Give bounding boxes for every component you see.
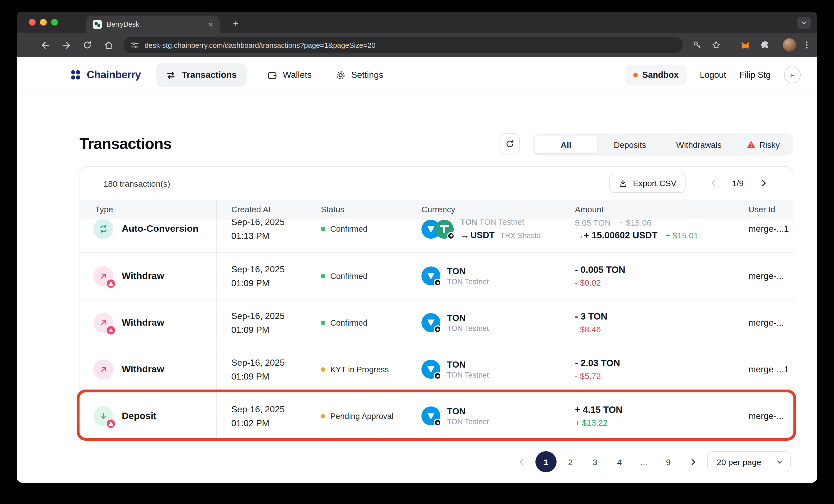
created-at-cell: Sep-16, 2025 01:02 PM	[231, 402, 285, 430]
filter-tab-all[interactable]: All	[535, 136, 597, 153]
status-cell: Confirmed	[321, 225, 368, 233]
amount-usd: - $5.72	[575, 369, 620, 383]
column-header-created: Created At	[231, 205, 271, 214]
ton-coin-icon	[421, 407, 440, 426]
address-bar[interactable]: desk-stg.chainberry.com/dashboard/transa…	[124, 37, 683, 53]
nav-item-wallets[interactable]: Wallets	[263, 63, 315, 87]
filter-label: Withdrawals	[676, 140, 721, 149]
currency-cell: TON TON Testnet →USDT TRX Shasta	[421, 220, 541, 242]
back-button[interactable]	[37, 39, 53, 51]
key-icon	[692, 40, 702, 50]
chevron-right-icon	[688, 458, 697, 466]
filter-tab-deposits[interactable]: Deposits	[597, 136, 663, 153]
from-usd: + $15.06	[618, 220, 651, 227]
amount-usd: + $13.22	[575, 416, 622, 429]
time-text: 01:09 PM	[231, 369, 285, 383]
to-amount: + 15.00602 USDT	[584, 230, 657, 240]
filter-label: Deposits	[614, 140, 646, 149]
time-text: 01:09 PM	[231, 276, 285, 290]
pagination-page-4[interactable]: 4	[609, 451, 630, 472]
kebab-menu-icon	[802, 41, 811, 49]
refresh-button[interactable]	[500, 133, 520, 155]
logout-button[interactable]: Logout	[700, 70, 726, 80]
created-at-cell: Sep-16, 2025 01:09 PM	[231, 309, 285, 337]
table-row-auto-conversion[interactable]: Auto-Conversion Sep-16, 2025 01:13 PM Co…	[80, 220, 793, 252]
close-window-button[interactable]	[29, 19, 36, 26]
table-row-withdraw[interactable]: Withdraw Sep-16, 2025 01:09 PM Confirmed	[80, 299, 793, 346]
pagination-page-3[interactable]: 3	[584, 451, 606, 472]
network-badge-icon	[434, 372, 441, 380]
pagination-page-9[interactable]: 9	[658, 451, 679, 472]
amount-cell: + 4.15 TON + $13.22	[575, 403, 622, 429]
risk-warning-badge-icon	[107, 326, 115, 334]
forward-button[interactable]	[58, 39, 74, 51]
nav-item-transactions[interactable]: Transactions	[156, 63, 247, 87]
filter-tab-risky[interactable]: Risky	[735, 136, 791, 153]
export-csv-label: Export CSV	[633, 178, 677, 187]
column-header-currency: Currency	[421, 205, 455, 214]
pagination-prev-button[interactable]	[511, 451, 532, 472]
tab-close-icon[interactable]: ×	[208, 20, 213, 28]
currency-network: TON Testnet	[447, 417, 489, 427]
filter-label: All	[561, 140, 571, 149]
currency-cell: TON TON Testnet	[421, 359, 489, 380]
user-name[interactable]: Filip Stg	[740, 70, 771, 80]
date-text: Sep-16, 2025	[231, 356, 285, 369]
forward-arrow-icon	[61, 40, 71, 50]
new-tab-button[interactable]: +	[228, 17, 243, 31]
export-csv-button[interactable]: Export CSV	[609, 173, 685, 193]
home-button[interactable]	[100, 39, 117, 51]
nav-item-settings[interactable]: Settings	[332, 63, 387, 87]
tab-search-button[interactable]	[797, 17, 811, 29]
status-dot-icon	[321, 274, 325, 278]
network-badge-icon	[447, 232, 455, 239]
network-badge-icon	[434, 419, 441, 427]
withdraw-icon	[93, 359, 113, 379]
currency-name: TON	[447, 312, 489, 323]
pagination-page-2[interactable]: 2	[560, 451, 581, 472]
maximize-window-button[interactable]	[51, 19, 58, 26]
star-icon	[711, 40, 721, 50]
currency-cell: TON TON Testnet	[421, 312, 489, 334]
transaction-count: 180 transaction(s)	[104, 179, 170, 188]
passwords-button[interactable]	[689, 39, 706, 51]
metamask-extension-button[interactable]	[737, 39, 753, 51]
currency-name: TON	[447, 265, 489, 277]
extensions-button[interactable]	[757, 39, 773, 51]
browser-profile-avatar[interactable]	[783, 38, 796, 52]
sandbox-badge[interactable]: Sandbox	[626, 65, 686, 85]
deposit-icon	[93, 406, 113, 426]
amount-usd: - $8.46	[575, 323, 608, 336]
currency-pair-icons	[421, 220, 454, 238]
gear-icon	[335, 70, 346, 80]
tab-title: BerryDesk	[107, 20, 203, 28]
time-text: 01:02 PM	[231, 416, 285, 430]
table-row-deposit-highlighted[interactable]: Deposit Sep-16, 2025 01:02 PM Pending Ap…	[80, 392, 793, 438]
card-next-page-button[interactable]	[757, 177, 769, 189]
bookmark-star-button[interactable]	[708, 39, 724, 51]
withdraw-icon	[93, 266, 113, 286]
pagination-next-button[interactable]	[682, 451, 703, 472]
user-avatar[interactable]: F	[784, 67, 800, 83]
browser-tab[interactable]: BerryDesk ×	[86, 16, 220, 33]
amount-usd: - $0.02	[575, 276, 625, 289]
date-text: Sep-16, 2025	[231, 309, 285, 323]
browser-toolbar: desk-stg.chainberry.com/dashboard/transa…	[17, 33, 817, 57]
minimize-window-button[interactable]	[40, 19, 47, 26]
per-page-select[interactable]: 20 per page	[707, 451, 791, 472]
browser-menu-button[interactable]	[798, 39, 815, 51]
brand-logo[interactable]: Chainberry	[69, 57, 141, 93]
conversion-arrow-icon: →	[575, 231, 584, 240]
fox-icon	[740, 40, 750, 50]
card-prev-page-button[interactable]	[707, 177, 720, 189]
pagination-page-1[interactable]: 1	[535, 451, 556, 472]
amount-cell: 5.05 TON + $15.06 →+ 15.00602 USDT + $15…	[575, 220, 698, 242]
page-title: Transactions	[80, 135, 172, 153]
reload-button[interactable]	[79, 39, 96, 51]
user-id-cell: merge-...	[748, 411, 784, 421]
filter-tab-withdrawals[interactable]: Withdrawals	[663, 136, 735, 153]
table-row-withdraw[interactable]: Withdraw Sep-16, 2025 01:09 PM Confirmed	[80, 252, 793, 299]
type-column-divider	[216, 200, 217, 438]
table-row-withdraw[interactable]: Withdraw Sep-16, 2025 01:09 PM KYT in Pr…	[80, 346, 793, 392]
amount-crypto: - 0.005 TON	[575, 262, 625, 276]
